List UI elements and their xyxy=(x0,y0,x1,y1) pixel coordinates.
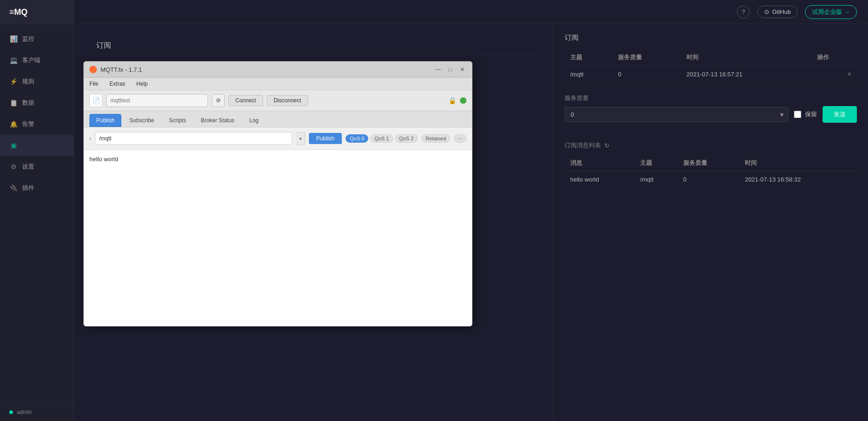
client-icon: 💻 xyxy=(9,56,18,64)
settings-gear-button[interactable]: ⚙ xyxy=(212,94,225,107)
msg-row-topic: /mqtt xyxy=(635,171,678,188)
publish-button[interactable]: Publish xyxy=(309,133,342,144)
trial-button[interactable]: 试用企业版 → xyxy=(805,5,857,19)
msg-col-qos: 服务质量 xyxy=(678,155,739,171)
modal-toolbar: 📄 ⚙ Connect Disconnect 🔒 xyxy=(84,90,472,111)
send-button[interactable]: 发送 xyxy=(823,106,857,123)
modal-title-left: MQTT.fx - 1.7.1 xyxy=(89,66,142,73)
qos0-tag[interactable]: QoS 0 xyxy=(346,134,368,143)
plugins-icon: 🔌 xyxy=(9,184,18,192)
main-area: ? ⊙ GitHub 试用企业版 → 订阅 MQTT. xyxy=(74,0,868,421)
retain-checkbox-label: 保留 xyxy=(794,110,817,119)
tab-log[interactable]: Log xyxy=(242,114,265,127)
connect-button[interactable]: Connect xyxy=(228,95,263,106)
github-label: GitHub xyxy=(772,8,791,15)
modal-overlay: MQTT.fx - 1.7.1 — □ ✕ File Extras Help xyxy=(74,24,553,421)
sidebar-item-active[interactable]: ▣ xyxy=(0,135,74,156)
retained-tag[interactable]: Retained xyxy=(421,134,450,143)
col-topic: 主题 xyxy=(565,50,612,66)
row-qos: 0 xyxy=(612,66,681,83)
qos-tags: QoS 0 QoS 1 QoS 2 xyxy=(346,134,418,143)
sidebar-item-label: 监控 xyxy=(22,35,34,43)
modal-maximize-button[interactable]: □ xyxy=(446,65,454,74)
modal-close-button[interactable]: ✕ xyxy=(458,65,466,74)
sidebar-item-settings[interactable]: ⚙ 设置 xyxy=(0,156,74,177)
modal-minimize-button[interactable]: — xyxy=(434,65,442,74)
topnav: ? ⊙ GitHub 试用企业版 → xyxy=(74,0,868,24)
more-options-button[interactable]: ··· xyxy=(454,134,466,143)
qos-service-row: 0 1 2 ▾ 保留 发送 xyxy=(565,106,857,123)
msg-list-title: 订阅消息列表 xyxy=(565,141,601,150)
help-button[interactable]: ? xyxy=(737,6,750,19)
retain-checkbox[interactable] xyxy=(794,111,801,118)
publish-arrow-icon: › xyxy=(89,135,91,142)
alerts-icon: 🔔 xyxy=(9,120,18,128)
sidebar-item-client[interactable]: 💻 客户端 xyxy=(0,50,74,71)
modal-tabs: Publish Subscribe Scripts Broker Status … xyxy=(84,111,472,127)
settings-icon: ⚙ xyxy=(9,163,18,171)
table-row: /mqtt 0 2021-07-13 16:57:21 × xyxy=(565,66,857,83)
sidebar-item-label: 数据 xyxy=(22,99,34,107)
menu-file[interactable]: File xyxy=(88,80,100,88)
topic-input[interactable] xyxy=(95,132,292,145)
message-text: hello world xyxy=(89,156,118,163)
tab-publish[interactable]: Publish xyxy=(89,114,121,127)
row-action[interactable]: × xyxy=(811,66,857,83)
sidebar-item-rules[interactable]: ⚡ 规则 xyxy=(0,71,74,92)
modal-logo-icon xyxy=(89,66,97,73)
app-logo: ≡MQ xyxy=(0,0,74,25)
sidebar-item-monitor[interactable]: 📊 监控 xyxy=(0,28,74,50)
mqtt-modal: MQTT.fx - 1.7.1 — □ ✕ File Extras Help xyxy=(83,61,472,327)
left-area: 订阅 MQTT.fx - 1.7.1 — □ ✕ xyxy=(74,24,553,421)
help-icon: ? xyxy=(742,8,745,15)
github-button[interactable]: ⊙ GitHub xyxy=(757,6,798,18)
topic-dropdown-button[interactable]: ▾ xyxy=(296,132,305,145)
modal-menubar: File Extras Help xyxy=(84,78,472,90)
sidebar-item-label: 插件 xyxy=(22,184,34,192)
publish-form: 服务质量 0 1 2 ▾ 保留 发送 xyxy=(565,94,857,130)
file-icon: 📄 xyxy=(89,94,102,107)
data-icon: 📋 xyxy=(9,99,18,107)
tab-subscribe[interactable]: Subscribe xyxy=(122,114,161,127)
sidebar-item-plugins[interactable]: 🔌 插件 xyxy=(0,177,74,199)
sidebar-item-alerts[interactable]: 🔔 告警 xyxy=(0,113,74,135)
profile-input[interactable] xyxy=(106,94,208,107)
message-table: 消息 主题 服务质量 时间 hello world /mqtt 0 2021-0… xyxy=(565,155,857,188)
disconnect-button[interactable]: Disconnect xyxy=(267,95,308,106)
retain-label-text: 保留 xyxy=(805,110,817,119)
qos-select[interactable]: 0 1 2 xyxy=(565,107,788,122)
right-panel: 订阅 主题 服务质量 时间 操作 /mqtt 0 xyxy=(553,24,868,421)
qos-select-wrap: 0 1 2 ▾ xyxy=(565,107,788,122)
msg-row-qos: 0 xyxy=(678,171,739,188)
qos2-tag[interactable]: QoS 2 xyxy=(395,134,418,143)
qos-form-label: 服务质量 xyxy=(565,94,857,102)
trial-label: 试用企业版 → xyxy=(812,8,850,16)
sidebar-item-label: 客户端 xyxy=(22,56,40,64)
user-label: admin xyxy=(17,409,32,415)
msg-row-message: hello world xyxy=(565,171,635,188)
unsubscribe-button[interactable]: × xyxy=(848,70,851,78)
sidebar: ≡MQ 📊 监控 💻 客户端 ⚡ 规则 📋 数据 🔔 告警 ▣ ⚙ 设置 🔌 插… xyxy=(0,0,74,421)
lock-icon: 🔒 xyxy=(448,97,456,104)
sidebar-item-data[interactable]: 📋 数据 xyxy=(0,92,74,113)
menu-help[interactable]: Help xyxy=(134,80,150,88)
monitor-icon: 📊 xyxy=(9,35,18,43)
row-time: 2021-07-13 16:57:21 xyxy=(681,66,811,83)
sidebar-item-label: 设置 xyxy=(22,163,34,171)
menu-extras[interactable]: Extras xyxy=(107,80,127,88)
publish-row: › ▾ Publish QoS 0 QoS 1 QoS 2 Retained ·… xyxy=(84,127,472,150)
sidebar-item-label: 规则 xyxy=(22,77,34,86)
tab-scripts[interactable]: Scripts xyxy=(162,114,193,127)
page-content: 订阅 MQTT.fx - 1.7.1 — □ ✕ xyxy=(74,24,868,421)
col-qos: 服务质量 xyxy=(612,50,681,66)
tab-broker-status[interactable]: Broker Status xyxy=(194,114,241,127)
modal-title-text: MQTT.fx - 1.7.1 xyxy=(101,66,142,73)
github-icon: ⊙ xyxy=(764,8,769,15)
row-topic: /mqtt xyxy=(565,66,612,83)
refresh-button[interactable]: ↻ xyxy=(604,142,610,149)
qos1-tag[interactable]: QoS 1 xyxy=(370,134,393,143)
active-icon: ▣ xyxy=(9,141,18,150)
subscribe-section: 订阅 主题 服务质量 时间 操作 /mqtt 0 xyxy=(565,33,857,94)
msg-col-time: 时间 xyxy=(739,155,857,171)
message-content-area[interactable]: hello world xyxy=(84,150,472,326)
